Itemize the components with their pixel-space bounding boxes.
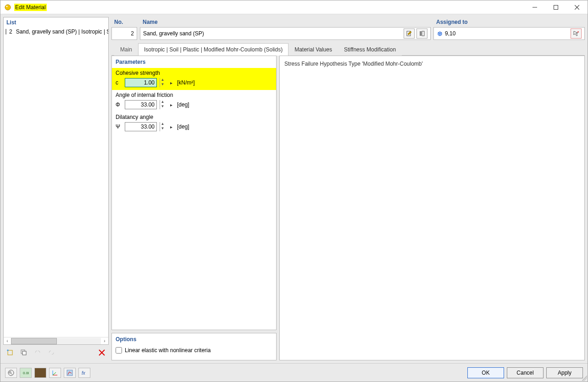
friction-spinner[interactable]: ▲▼ (160, 100, 165, 109)
edit-material-dialog: Edit Material List 2 Sand, gravelly sand… (0, 0, 588, 382)
scroll-left-icon[interactable]: ‹ (4, 338, 11, 344)
friction-input[interactable] (125, 100, 157, 109)
name-group: Name (140, 17, 431, 40)
svg-rect-3 (554, 5, 558, 9)
svg-rect-15 (422, 31, 424, 36)
cancel-button[interactable]: Cancel (507, 367, 544, 378)
linear-elastic-checkbox[interactable] (116, 347, 122, 354)
main-area: No. 2 Name (111, 17, 585, 360)
no-value: 2 (131, 30, 134, 37)
svg-rect-14 (420, 31, 422, 36)
svg-point-19 (9, 371, 11, 373)
param-cohesive-strength: Cohesive strength c ▲▼ ▸ [kN/m²] (112, 68, 276, 90)
friction-more-button[interactable]: ▸ (168, 100, 174, 109)
dilatancy-spinner[interactable]: ▲▼ (160, 122, 165, 131)
options-panel: Options Linear elastic with nonlinear cr… (111, 333, 277, 360)
dilatancy-symbol: Ψ (116, 124, 122, 130)
new-material-button[interactable] (4, 347, 16, 359)
list-item[interactable]: 2 Sand, gravelly sand (SP) | Isotropic |… (4, 28, 108, 36)
assigned-label: Assigned to (433, 17, 585, 27)
tab-stiffness-modification[interactable]: Stiffness Modification (338, 43, 402, 56)
friction-unit: [deg] (177, 101, 189, 108)
parameters-panel: Parameters Cohesive strength c ▲▼ ▸ [kN/… (111, 56, 277, 330)
no-label: No. (111, 17, 137, 27)
sidebar: List 2 Sand, gravelly sand (SP) | Isotro… (3, 17, 109, 360)
linear-elastic-label: Linear elastic with nonlinear criteria (125, 347, 211, 354)
resize-grip-icon[interactable] (582, 376, 587, 381)
dilatancy-label: Dilatancy angle (116, 114, 272, 120)
units-button[interactable]: 0.00 (20, 368, 32, 378)
svg-text:0.00: 0.00 (23, 371, 29, 375)
cube-icon (437, 30, 443, 37)
name-input[interactable] (143, 30, 402, 37)
svg-point-1 (6, 6, 8, 7)
sidebar-toolbar (3, 345, 109, 360)
info-pane: Stress Failure Hypothesis Type 'Modified… (279, 56, 585, 360)
cohesive-label: Cohesive strength (116, 70, 272, 76)
tab-main[interactable]: Main (114, 43, 138, 56)
name-label: Name (140, 17, 431, 27)
scroll-thumb[interactable] (11, 338, 57, 344)
list-panel: List 2 Sand, gravelly sand (SP) | Isotro… (3, 17, 109, 345)
ok-button[interactable]: OK (467, 367, 504, 378)
friction-label: Angle of internal friction (116, 92, 272, 98)
svg-line-20 (11, 373, 12, 375)
dilatancy-unit: [deg] (177, 124, 189, 130)
tabs: Main Isotropic | Soil | Plastic | Modifi… (111, 43, 585, 56)
dilatancy-input[interactable] (125, 122, 157, 131)
axis-button[interactable] (49, 368, 61, 378)
list-item-text: Sand, gravelly sand (SP) | Isotropic | S (16, 28, 108, 35)
assigned-input[interactable] (445, 30, 569, 37)
svg-point-0 (5, 5, 11, 10)
no-group: No. 2 (111, 17, 137, 40)
parameters-title: Parameters (112, 56, 276, 68)
assigned-group: Assigned to (433, 17, 585, 40)
app-icon (4, 4, 11, 11)
help-button[interactable] (5, 368, 17, 378)
list-item-number: 2 (9, 28, 12, 35)
list-body[interactable]: 2 Sand, gravelly sand (SP) | Isotropic |… (4, 28, 108, 337)
titlebar: Edit Material (0, 0, 588, 14)
tab-model[interactable]: Isotropic | Soil | Plastic | Modified Mo… (138, 43, 288, 56)
cohesive-spinner[interactable]: ▲▼ (160, 78, 165, 87)
link-button (32, 347, 44, 359)
list-horizontal-scrollbar[interactable]: ‹ › (4, 337, 108, 344)
delete-button[interactable] (96, 347, 108, 359)
material-color-button[interactable] (34, 368, 46, 378)
copy-material-button[interactable] (18, 347, 30, 359)
cohesive-symbol: c (116, 79, 122, 86)
cohesive-more-button[interactable]: ▸ (168, 78, 174, 87)
svg-rect-10 (22, 351, 26, 355)
graph-button[interactable] (64, 368, 76, 378)
fx-button[interactable]: fx (78, 368, 90, 378)
no-field[interactable]: 2 (111, 27, 137, 40)
list-header: List (4, 17, 108, 28)
param-friction-angle: Angle of internal friction Φ ▲▼ ▸ [deg] (112, 90, 276, 112)
scroll-right-icon[interactable]: › (101, 338, 108, 344)
apply-button[interactable]: Apply (546, 367, 583, 378)
close-button[interactable] (566, 0, 588, 14)
svg-rect-25 (67, 370, 72, 376)
friction-symbol: Φ (116, 101, 122, 108)
svg-rect-6 (8, 350, 12, 355)
dilatancy-more-button[interactable]: ▸ (168, 122, 174, 131)
window-title: Edit Material (14, 4, 47, 11)
tab-material-values[interactable]: Material Values (288, 43, 338, 56)
hypothesis-text: Stress Failure Hypothesis Type 'Modified… (284, 61, 580, 67)
maximize-button[interactable] (545, 0, 566, 14)
minimize-button[interactable] (524, 0, 545, 14)
cohesive-unit: [kN/m²] (177, 79, 195, 86)
svg-text:fx: fx (82, 371, 86, 376)
options-title: Options (112, 333, 276, 345)
footer: 0.00 fx OK Cancel Apply (0, 363, 588, 382)
library-button[interactable] (416, 28, 427, 39)
edit-name-button[interactable] (404, 28, 415, 39)
pick-button[interactable] (571, 28, 582, 39)
param-dilatancy-angle: Dilatancy angle Ψ ▲▼ ▸ [deg] (112, 112, 276, 134)
header-row: No. 2 Name (111, 17, 585, 40)
unlink-button (45, 347, 57, 359)
cohesive-input[interactable] (125, 78, 157, 87)
svg-line-24 (53, 372, 56, 375)
material-swatch-icon (6, 29, 6, 34)
